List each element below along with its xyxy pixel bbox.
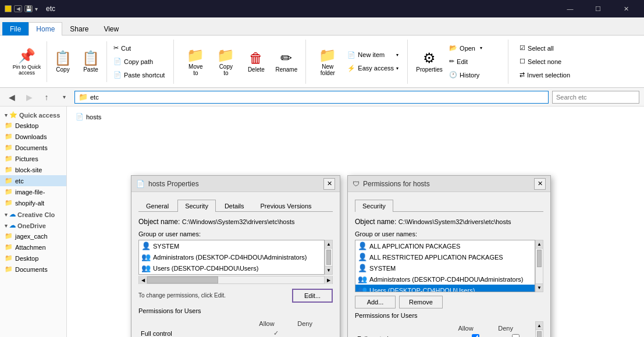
scroll-up-button[interactable]: ▲ — [325, 240, 332, 249]
onedrive-arrow: ▾ — [5, 223, 8, 229]
tab-file[interactable]: File — [2, 22, 29, 36]
hosts-props-close-button[interactable]: ✕ — [323, 178, 335, 190]
tab-general[interactable]: General — [138, 200, 176, 212]
pin-to-quick-access-button[interactable]: 📌 Pin to Quick access — [9, 44, 44, 79]
perms2-full-control-deny-cb[interactable] — [512, 334, 520, 337]
system-user-label: SYSTEM — [153, 243, 179, 250]
perms-tabs: Security — [355, 199, 543, 212]
copy-to-button[interactable]: 📁 Copy to — [211, 44, 240, 79]
sidebar-item-shopify[interactable]: 📁 shopify-alt — [0, 197, 66, 208]
properties-button[interactable]: ⚙ Properties — [415, 44, 444, 79]
edit-ribbon-label: Edit — [457, 58, 468, 65]
minimize-button[interactable]: — — [557, 0, 583, 17]
new-small-buttons: 📄 New item ▾ ⚡ Easy access ▾ — [343, 48, 403, 75]
perms-user-system[interactable]: 👤 SYSTEM — [355, 262, 535, 274]
perm-full-control-allow: ✓ — [257, 328, 295, 337]
tab-previous-versions[interactable]: Previous Versions — [253, 200, 319, 212]
horiz-scroll-track — [147, 276, 324, 283]
title-bar: ◀ 💾 ▾ etc — ☐ ✕ — [0, 0, 644, 17]
paste-shortcut-button[interactable]: 📄 Paste shortcut — [109, 69, 169, 81]
address-input[interactable]: 📁 etc — [74, 91, 549, 104]
new-folder-button[interactable]: 📁 New folder — [313, 44, 342, 79]
copy-path-button[interactable]: 📄 Copy path — [109, 55, 169, 68]
forward-nav-button[interactable]: ▶ — [22, 90, 36, 104]
perms-scroll-up-button[interactable]: ▲ — [536, 240, 543, 249]
tab-security[interactable]: Security — [177, 200, 216, 212]
tab-share[interactable]: Share — [62, 22, 96, 36]
sidebar-item-downloads[interactable]: 📁 Downloads — [0, 131, 66, 142]
perms-table-scrollbar[interactable]: ▲ ▼ — [535, 321, 543, 337]
maximize-button[interactable]: ☐ — [585, 0, 611, 17]
perms-user-all-restricted[interactable]: 👤 ALL RESTRICTED APPLICATION PACKAGES — [355, 251, 535, 262]
tab-view[interactable]: View — [96, 22, 126, 36]
easy-access-button[interactable]: ⚡ Easy access ▾ — [343, 62, 403, 75]
select-all-button[interactable]: ☑ Select all — [515, 42, 574, 55]
perms-user-admins[interactable]: 👥 Administrators (DESKTOP-CD4HDOU\Admini… — [355, 274, 535, 285]
tab-details[interactable]: Details — [217, 200, 252, 212]
window-title: etc — [46, 5, 55, 13]
move-to-button[interactable]: 📁 Move to — [181, 44, 210, 79]
copy-button-large[interactable]: 📋 Copy — [49, 44, 76, 79]
search-input[interactable] — [552, 91, 639, 104]
perms-security-tab[interactable]: Security — [355, 200, 393, 212]
sidebar-item-od-documents[interactable]: 📁 Documents — [0, 264, 66, 275]
edit-permissions-button[interactable]: Edit... — [292, 289, 333, 303]
horiz-scroll-right-button[interactable]: ▶ — [324, 276, 332, 284]
perms-users-icon: 👥 — [358, 286, 367, 292]
delete-label: Delete — [248, 66, 265, 73]
perms-user-all-app-pkgs[interactable]: 👤 ALL APPLICATION PACKAGES — [355, 240, 535, 251]
perms-table-scroll-up[interactable]: ▲ — [536, 322, 543, 330]
sidebar-item-jagex[interactable]: 📁 jagex_cach — [0, 230, 66, 242]
new-item-button[interactable]: 📄 New item ▾ — [343, 48, 403, 61]
sidebar-item-desktop[interactable]: 📁 Desktop — [0, 120, 66, 131]
all-restricted-icon: 👤 — [358, 253, 367, 261]
onedrive-cloud-icon: ☁ — [9, 222, 16, 229]
select-none-button[interactable]: ☐ Select none — [515, 55, 574, 68]
back-nav-button[interactable]: ◀ — [5, 90, 19, 104]
sidebar-item-attachments[interactable]: 📁 Attachmen — [0, 242, 66, 253]
history-button[interactable]: 🕐 History — [445, 69, 503, 81]
sidebar-item-od-desktop[interactable]: 📁 Desktop — [0, 253, 66, 264]
delete-button[interactable]: 🗑 Delete — [241, 44, 271, 79]
perms-scroll-down-button[interactable]: ▼ — [536, 283, 543, 292]
perms-user-scrollbar[interactable]: ▲ ▼ — [535, 240, 543, 292]
rename-button[interactable]: ✏ Rename — [272, 44, 301, 79]
perm-full-control-name: Full control — [138, 328, 257, 337]
sidebar-item-image-file[interactable]: 📁 image-file- — [0, 186, 66, 197]
path-icon: 📁 — [79, 93, 88, 101]
scroll-down-button[interactable]: ▼ — [325, 266, 332, 274]
sidebar-item-documents[interactable]: 📁 Documents — [0, 142, 66, 153]
tab-home[interactable]: Home — [29, 22, 62, 36]
user-system[interactable]: 👤 SYSTEM — [139, 240, 324, 251]
sidebar-item-pictures[interactable]: 📁 Pictures — [0, 153, 66, 164]
perms2-full-control-allow-cb[interactable] — [472, 334, 479, 337]
user-users[interactable]: 👥 Users (DESKTOP-CD4HDOU\Users) — [139, 262, 324, 274]
perms-object-name-row: Object name: C:\Windows\System32\drivers… — [355, 218, 543, 226]
ribbon-content: 📌 Pin to Quick access 📋 Copy 📋 Paste ✂ C — [0, 35, 644, 87]
edit-ribbon-button[interactable]: ✏ Edit — [445, 55, 503, 68]
od-docs-icon: 📁 — [5, 265, 13, 273]
easy-access-label: Easy access — [358, 65, 394, 72]
add-user-button[interactable]: Add... — [355, 296, 396, 308]
recent-nav-button[interactable]: ▾ — [57, 90, 71, 104]
sidebar-item-etc[interactable]: 📁 etc — [0, 175, 66, 186]
cut-button[interactable]: ✂ Cut — [109, 42, 169, 55]
paste-button-large[interactable]: 📋 Paste — [77, 44, 104, 79]
hosts-user-scrollbar[interactable]: ▲ ▼ — [325, 240, 333, 275]
perms-close-button[interactable]: ✕ — [534, 178, 546, 190]
new-item-icon: 📄 — [347, 51, 355, 59]
main-layout: ▾ ⭐ Quick access 📁 Desktop 📁 Downloads 📁… — [0, 107, 644, 337]
perms-user-users[interactable]: 👥 Users (DESKTOP-CD4HDOU\Users) — [355, 285, 535, 292]
hosts-horiz-scrollbar[interactable]: ◀ ▶ — [138, 276, 333, 284]
sidebar-item-block-site[interactable]: 📁 block-site — [0, 164, 66, 175]
user-administrators[interactable]: 👥 Administrators (DESKTOP-CD4HDOU\Admini… — [139, 251, 324, 262]
downloads-label: Downloads — [15, 133, 47, 140]
horiz-scroll-left-button[interactable]: ◀ — [139, 276, 147, 284]
remove-user-button[interactable]: Remove — [399, 296, 443, 308]
up-nav-button[interactable]: ↑ — [40, 90, 54, 104]
invert-selection-button[interactable]: ⇄ Invert selection — [515, 69, 574, 81]
open-button[interactable]: 📂 Open ▾ — [445, 42, 503, 55]
close-button[interactable]: ✕ — [613, 0, 639, 17]
perms2-row-full-control: Full control — [355, 333, 535, 337]
perms2-allow-header: Allow — [456, 324, 496, 333]
